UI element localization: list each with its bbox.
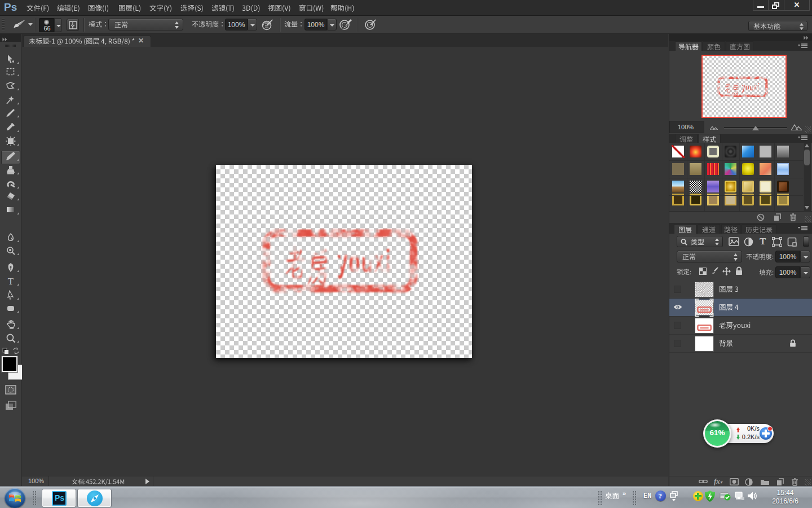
- svg-text:T: T: [8, 276, 14, 286]
